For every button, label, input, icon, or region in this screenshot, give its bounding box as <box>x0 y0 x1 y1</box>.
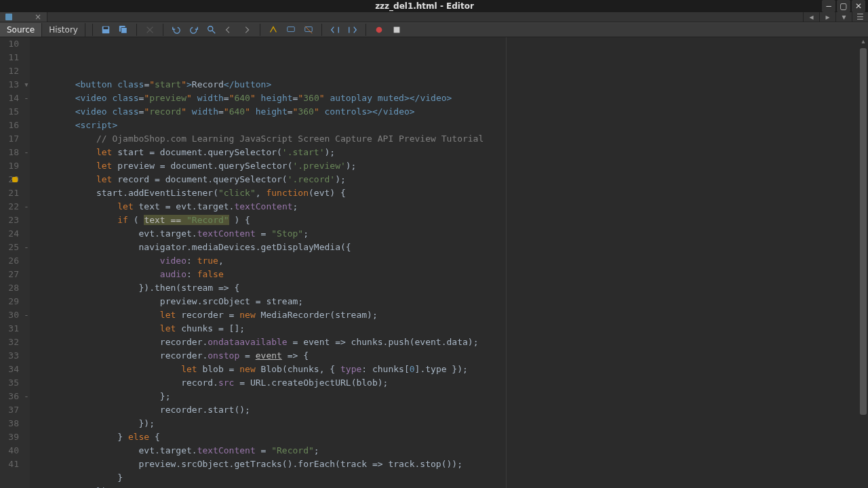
line-number: 12 <box>1 64 19 78</box>
find-next-button[interactable] <box>239 23 254 37</box>
line-number: 33 <box>1 349 19 363</box>
code-line[interactable]: if ( text == "Record" ) { <box>30 214 859 227</box>
code-line[interactable]: } <box>30 471 859 485</box>
code-line[interactable]: preview.srcObject.getTracks().forEach(tr… <box>30 458 859 471</box>
code-line[interactable]: let record = document.querySelector('.re… <box>30 173 859 186</box>
shift-right-button[interactable] <box>345 23 360 37</box>
fold-toggle[interactable]: - <box>23 146 30 159</box>
svg-point-7 <box>376 27 382 33</box>
code-line[interactable]: }); <box>30 485 859 488</box>
file-tab[interactable]: × <box>0 12 47 22</box>
line-number: 37 <box>1 403 19 417</box>
code-line[interactable]: audio: false <box>30 268 859 281</box>
line-number: 25 <box>1 241 19 254</box>
code-line[interactable]: }).then(stream => { <box>30 281 859 295</box>
code-line[interactable]: video: true, <box>30 254 859 268</box>
code-line[interactable]: recorder.ondataavailable = event => chun… <box>30 336 859 349</box>
line-number: 17 <box>1 132 19 146</box>
tab-source[interactable]: Source <box>0 23 42 37</box>
nav-dropdown-button[interactable]: ▾ <box>835 12 852 22</box>
window-minimize-button[interactable]: − <box>822 0 835 12</box>
highlight-button[interactable] <box>266 23 281 37</box>
window-title: zzz_del1.html - Editor <box>27 1 822 11</box>
nav-back-button[interactable]: ◂ <box>803 12 819 22</box>
code-view[interactable]: <button class="start">Record</button> <v… <box>30 37 859 488</box>
line-number: 26 <box>1 254 19 268</box>
line-number: 34 <box>1 363 19 376</box>
file-tab-close-icon[interactable]: × <box>28 12 41 22</box>
record-macro-button[interactable] <box>372 23 387 37</box>
line-number: 35 <box>1 376 19 390</box>
line-number: 13 <box>1 78 19 92</box>
window-maximize-button[interactable]: ▢ <box>837 0 850 12</box>
code-line[interactable]: record.src = URL.createObjectURL(blob); <box>30 376 859 390</box>
nav-forward-button[interactable]: ▸ <box>819 12 835 22</box>
undo-button[interactable] <box>169 23 184 37</box>
line-number-gutter: 1011121314151617181920212223242526272829… <box>1 37 23 488</box>
redo-button[interactable] <box>186 23 201 37</box>
line-number: 23 <box>1 214 19 227</box>
code-line[interactable]: let chunks = []; <box>30 322 859 336</box>
window-close-button[interactable]: ✕ <box>852 0 865 12</box>
scroll-up-button[interactable]: ▴ <box>859 37 868 47</box>
code-line[interactable]: let start = document.querySelector('.sta… <box>30 146 859 159</box>
editor-area[interactable]: 1011121314151617181920212223242526272829… <box>0 37 868 488</box>
editor-toolbar <box>85 23 868 37</box>
comment-button[interactable] <box>283 23 298 37</box>
mode-toolbar-row: Source History <box>0 22 868 37</box>
line-number: 30 <box>1 308 19 322</box>
code-line[interactable]: recorder.start(); <box>30 403 859 417</box>
code-line[interactable]: evt.target.textContent = "Stop"; <box>30 227 859 241</box>
save-all-button[interactable] <box>116 23 131 37</box>
code-line[interactable]: start.addEventListener("click", function… <box>30 186 859 200</box>
line-number: 32 <box>1 336 19 349</box>
code-line[interactable]: let recorder = new MediaRecorder(stream)… <box>30 308 859 322</box>
shift-left-button[interactable] <box>328 23 342 37</box>
fold-toggle[interactable]: - <box>23 200 30 214</box>
line-number: 31 <box>1 322 19 336</box>
uncomment-button[interactable] <box>301 23 316 37</box>
code-line[interactable]: <script> <box>30 119 859 132</box>
code-line[interactable]: <video class="record" width="640" height… <box>30 105 859 119</box>
line-number: 19 <box>1 159 19 173</box>
fold-toggle[interactable]: - <box>23 92 30 105</box>
save-button[interactable] <box>98 23 113 37</box>
fold-toggle[interactable]: ▾ <box>23 78 30 92</box>
line-number: 40 <box>1 444 19 458</box>
code-line[interactable]: evt.target.textContent = "Record"; <box>30 444 859 458</box>
fold-toggle[interactable]: - <box>23 308 30 322</box>
svg-point-4 <box>208 26 213 31</box>
line-number: 27 <box>1 268 19 281</box>
code-line[interactable]: recorder.onstop = event => { <box>30 349 859 363</box>
fold-column[interactable]: ▾------ <box>23 37 30 488</box>
code-line[interactable]: <video class="preview" width="640" heigh… <box>30 92 859 105</box>
code-line[interactable]: // OjamboShop.com Learning JavaScript Sc… <box>30 132 859 146</box>
fold-toggle[interactable]: - <box>23 241 30 254</box>
code-line[interactable]: preview.srcObject = stream; <box>30 295 859 308</box>
line-number: 20 <box>1 173 19 186</box>
line-number: 15 <box>1 105 19 119</box>
file-tab-strip: × ◂ ▸ ▾ ☰ <box>0 12 868 22</box>
window-titlebar: zzz_del1.html - Editor − ▢ ✕ <box>0 0 868 12</box>
code-line[interactable]: }); <box>30 417 859 430</box>
fold-toggle[interactable]: - <box>23 390 30 403</box>
find-button[interactable] <box>204 23 219 37</box>
code-line[interactable]: let preview = document.querySelector('.p… <box>30 159 859 173</box>
scroll-thumb[interactable] <box>860 48 867 415</box>
code-line[interactable]: <button class="start">Record</button> <box>30 78 859 92</box>
tab-list-button[interactable]: ☰ <box>852 12 868 22</box>
code-line[interactable]: let text = evt.target.textContent; <box>30 200 859 214</box>
tab-history[interactable]: History <box>42 23 85 37</box>
find-previous-button[interactable] <box>222 23 237 37</box>
code-line[interactable]: navigator.mediaDevices.getDisplayMedia({ <box>30 241 859 254</box>
code-line[interactable]: }; <box>30 390 859 403</box>
cut-button <box>142 23 157 37</box>
line-number: 11 <box>1 51 19 64</box>
code-line[interactable]: } else { <box>30 430 859 444</box>
stop-macro-button[interactable] <box>389 23 404 37</box>
vertical-scrollbar[interactable]: ▴ ▾ <box>859 37 868 488</box>
file-icon <box>5 14 12 20</box>
code-line[interactable]: let blob = new Blob(chunks, { type: chun… <box>30 363 859 376</box>
svg-rect-3 <box>121 28 127 34</box>
line-number: 18 <box>1 146 19 159</box>
